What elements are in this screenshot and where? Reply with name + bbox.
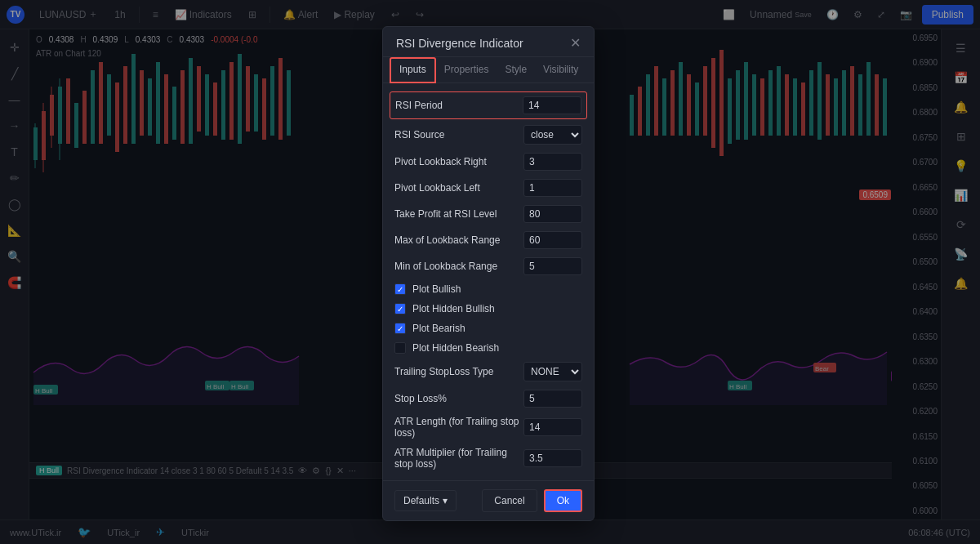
rsi-period-input[interactable] — [523, 96, 581, 114]
pivot-right-label: Pivot Lookback Right — [394, 156, 523, 167]
rsi-source-label: RSI Source — [394, 129, 523, 140]
trailing-stoploss-row: Trailing StopLoss Type NONEATRFIXED — [383, 358, 594, 386]
pivot-right-input[interactable] — [523, 153, 582, 171]
rsi-period-label: RSI Period — [395, 100, 523, 111]
pivot-right-row: Pivot Lookback Right — [383, 149, 594, 175]
plot-hidden-bearish-row: Plot Hidden Bearish — [383, 338, 594, 358]
dialog-close-button[interactable]: ✕ — [570, 37, 581, 50]
dialog-title: RSI Divergence Indicator — [396, 37, 523, 50]
plot-bullish-row: ✓ Plot Bullish — [383, 279, 594, 299]
max-lookback-label: Max of Lookback Range — [394, 234, 523, 246]
plot-hidden-bearish-checkbox[interactable] — [394, 342, 406, 354]
plot-hidden-bullish-checkbox[interactable]: ✓ — [394, 303, 406, 314]
stop-loss-row: Stop Loss% — [383, 386, 594, 412]
atr-length-label: ATR Length (for Trailing stop loss) — [394, 416, 523, 439]
atr-multiplier-row: ATR Multiplier (for Trailing stop loss) — [383, 443, 594, 474]
take-profit-input[interactable] — [523, 205, 582, 223]
dialog-body: RSI Period RSI Source closeopenhighlow P… — [383, 83, 594, 480]
stop-loss-label: Stop Loss% — [394, 393, 523, 404]
plot-hidden-bullish-label: Plot Hidden Bullish — [412, 303, 495, 314]
plot-hidden-bullish-row: ✓ Plot Hidden Bullish — [383, 299, 594, 319]
min-lookback-row: Min of Lookback Range — [383, 253, 594, 279]
rsi-divergence-dialog: RSI Divergence Indicator ✕ Inputs Proper… — [382, 26, 595, 521]
atr-length-row: ATR Length (for Trailing stop loss) — [383, 412, 594, 443]
take-profit-row: Take Profit at RSI Level — [383, 201, 594, 227]
pivot-left-row: Pivot Lookback Left — [383, 175, 594, 201]
plot-hidden-bearish-label: Plot Hidden Bearish — [412, 342, 499, 354]
min-lookback-label: Min of Lookback Range — [394, 261, 523, 272]
plot-bearish-checkbox[interactable]: ✓ — [394, 323, 406, 334]
tab-properties[interactable]: Properties — [436, 57, 497, 83]
plot-bullish-label: Plot Bullish — [412, 283, 461, 295]
take-profit-label: Take Profit at RSI Level — [394, 208, 523, 220]
footer-buttons: Cancel Ok — [482, 489, 582, 512]
trailing-stoploss-select[interactable]: NONEATRFIXED — [523, 362, 582, 381]
atr-multiplier-label: ATR Multiplier (for Trailing stop loss) — [394, 447, 523, 470]
plot-bearish-label: Plot Bearish — [412, 323, 466, 334]
tab-style[interactable]: Style — [497, 57, 535, 83]
plot-bullish-checkbox[interactable]: ✓ — [394, 283, 406, 295]
trailing-stoploss-label: Trailing StopLoss Type — [394, 366, 523, 377]
dialog-header: RSI Divergence Indicator ✕ — [383, 27, 594, 57]
max-lookback-input[interactable] — [523, 231, 582, 249]
dialog-tabs: Inputs Properties Style Visibility — [383, 57, 594, 83]
cancel-button[interactable]: Cancel — [482, 489, 537, 512]
dialog-footer: Defaults ▾ Cancel Ok — [383, 480, 594, 520]
tab-visibility[interactable]: Visibility — [535, 57, 586, 83]
rsi-source-row: RSI Source closeopenhighlow — [383, 121, 594, 149]
defaults-button[interactable]: Defaults ▾ — [394, 490, 457, 511]
ok-button[interactable]: Ok — [544, 489, 582, 512]
stop-loss-input[interactable] — [523, 390, 582, 408]
plot-bearish-row: ✓ Plot Bearish — [383, 319, 594, 338]
min-lookback-input[interactable] — [523, 257, 582, 275]
pivot-left-label: Pivot Lookback Left — [394, 182, 523, 194]
modal-overlay: RSI Divergence Indicator ✕ Inputs Proper… — [0, 0, 980, 544]
rsi-source-select[interactable]: closeopenhighlow — [523, 125, 582, 145]
atr-length-input[interactable] — [523, 418, 582, 436]
pivot-left-input[interactable] — [523, 179, 582, 197]
atr-multiplier-input[interactable] — [523, 449, 582, 467]
max-lookback-row: Max of Lookback Range — [383, 227, 594, 253]
chevron-down-icon: ▾ — [443, 495, 448, 506]
rsi-period-row: RSI Period — [390, 91, 587, 119]
tab-inputs[interactable]: Inputs — [390, 57, 436, 83]
